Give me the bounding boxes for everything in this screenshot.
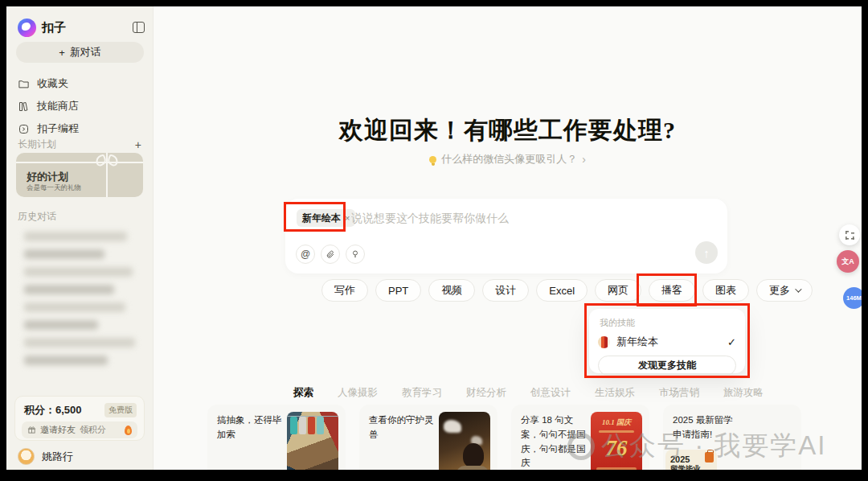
- long-term-plan-section: 长期计划 +: [18, 138, 141, 151]
- check-icon: ✓: [727, 336, 736, 348]
- plus-icon: +: [59, 47, 65, 59]
- tab-lifestyle[interactable]: 生活娱乐: [595, 386, 635, 400]
- plan-card-title: 好的计划: [27, 170, 68, 184]
- card-image-abstract-art: [287, 412, 338, 470]
- discover-more-skills-button[interactable]: 发现更多技能: [598, 356, 736, 376]
- tab-creative[interactable]: 创意设计: [530, 386, 571, 400]
- explore-card-national-day[interactable]: 分享 18 句文案，句句不提国庆，句句都是国庆 10.1 国庆 76: [511, 405, 649, 470]
- ribbon-decoration: [16, 162, 143, 163]
- explore-card-guardian-beast[interactable]: 查看你的守护灵兽: [359, 405, 497, 470]
- grid-plus-icon: [845, 231, 854, 240]
- dropdown-item-new-year-book[interactable]: 新年绘本 ✓: [598, 333, 736, 351]
- free-plan-badge[interactable]: 免费版: [104, 403, 137, 417]
- tab-portrait[interactable]: 人像摄影: [338, 386, 378, 400]
- tab-travel[interactable]: 旅游攻略: [723, 386, 764, 400]
- widget-float-button[interactable]: [839, 224, 860, 245]
- sidebar-item-coze-coding[interactable]: 扣子编程: [18, 121, 79, 137]
- user-name: 姚路行: [42, 450, 73, 464]
- card-image-national-day: 10.1 国庆 76: [591, 412, 642, 470]
- skill-pill-web[interactable]: 网页: [595, 279, 641, 302]
- tab-marketing[interactable]: 市场营销: [659, 386, 699, 400]
- composer-card: 新年绘本 × @ ↑: [285, 199, 727, 273]
- poster-national-number: 76: [591, 436, 642, 461]
- coze-logo-icon: [18, 18, 36, 37]
- points-value: 6,500: [55, 404, 82, 416]
- app-logo-row: 扣子: [18, 17, 145, 38]
- points-label: 积分：6,500: [24, 403, 82, 417]
- history-item-blurred[interactable]: [24, 285, 114, 294]
- page-title: 欢迎回来！有哪些工作要处理?: [154, 114, 862, 147]
- attach-button[interactable]: [321, 245, 340, 264]
- paperclip-icon: [326, 249, 335, 259]
- new-chat-button[interactable]: + 新对话: [16, 42, 144, 63]
- history-item-blurred[interactable]: [24, 267, 133, 277]
- skill-tag-label: 新年绘本: [302, 212, 341, 225]
- sidebar-collapse-icon[interactable]: [133, 22, 145, 33]
- history-item-blurred[interactable]: [24, 232, 127, 241]
- translate-icon: 文A: [841, 257, 854, 267]
- history-item-blurred[interactable]: [24, 249, 104, 259]
- traffic-badge-button[interactable]: 146M: [843, 287, 862, 309]
- skill-pill-video[interactable]: 视频: [428, 279, 475, 302]
- explore-tabs: 探索 人像摄影 教育学习 财经分析 创意设计 生活娱乐 市场营销 旅游攻略: [293, 386, 764, 400]
- remove-tag-icon[interactable]: ×: [345, 213, 350, 223]
- skill-pill-writing[interactable]: 写作: [321, 279, 368, 302]
- skills-dropdown: 我的技能 新年绘本 ✓ 发现更多技能: [589, 309, 745, 373]
- card-image-study-guide: 2025 留学毕业 生申请指南: [665, 450, 717, 470]
- plan-gift-card[interactable]: 好的计划 会是每一天的礼物: [16, 153, 143, 197]
- skill-pill-excel[interactable]: Excel: [536, 279, 588, 302]
- explore-card-study-abroad[interactable]: 2025 最新留学申请指南! 2025 留学毕业 生申请指南: [663, 405, 801, 470]
- suggestion-link[interactable]: 什么样的微信头像更吸引人？ ›: [154, 152, 862, 166]
- chevron-down-icon: [795, 286, 801, 292]
- send-button[interactable]: ↑: [695, 241, 718, 264]
- main-area: 欢迎回来！有哪些工作要处理? 什么样的微信头像更吸引人？ › 新年绘本 × @ …: [154, 6, 862, 470]
- skill-book-icon: [598, 336, 610, 348]
- store-icon: [18, 101, 30, 113]
- idea-button[interactable]: [346, 245, 365, 264]
- at-icon: @: [301, 249, 310, 260]
- app-window: 扣子 + 新对话 收藏夹 技能商店 扣子编程 长期计划 + 好的: [6, 6, 862, 470]
- sidebar: 扣子 + 新对话 收藏夹 技能商店 扣子编程 长期计划 + 好的: [6, 6, 154, 470]
- history-item-blurred[interactable]: [24, 338, 135, 347]
- suitcase-icon: [705, 452, 714, 462]
- flame-icon: [125, 426, 132, 435]
- history-item-blurred[interactable]: [24, 356, 108, 365]
- explore-card-row: 搞抽象，还得毕加索 查看你的守护灵兽 分享 18 句文案，句句不提国庆，句句都是…: [207, 405, 801, 470]
- history-list-blurred: [24, 232, 137, 373]
- explore-card-picasso[interactable]: 搞抽象，还得毕加索: [207, 405, 346, 470]
- message-input[interactable]: [351, 208, 673, 228]
- user-profile[interactable]: 姚路行: [18, 448, 73, 465]
- skill-pill-design[interactable]: 设计: [482, 279, 529, 302]
- mention-button[interactable]: @: [296, 245, 315, 264]
- skill-pill-podcast[interactable]: 播客: [649, 279, 695, 302]
- points-card: 积分：6,500 免费版 邀请好友 领积分: [14, 396, 145, 441]
- bulb-icon: [429, 156, 436, 163]
- plan-card-subtitle: 会是每一天的礼物: [27, 183, 81, 193]
- tab-finance[interactable]: 财经分析: [466, 386, 506, 400]
- tab-education[interactable]: 教育学习: [402, 386, 442, 400]
- dropdown-section-label: 我的技能: [600, 317, 736, 329]
- translate-float-button[interactable]: 文A: [837, 250, 859, 273]
- skill-pill-ppt[interactable]: PPT: [375, 279, 421, 302]
- sidebar-item-favorites[interactable]: 收藏夹: [18, 76, 68, 92]
- skill-pill-chart[interactable]: 图表: [702, 279, 749, 302]
- tab-explore[interactable]: 探索: [293, 386, 313, 400]
- add-plan-button[interactable]: +: [135, 138, 141, 151]
- app-title: 扣子: [42, 20, 66, 35]
- chevron-right-icon: ›: [582, 153, 586, 166]
- folder-icon: [18, 78, 30, 90]
- gift-icon: [27, 426, 36, 434]
- lightbulb-icon: [350, 249, 360, 259]
- sidebar-item-skill-store[interactable]: 技能商店: [18, 98, 79, 114]
- more-skills-button[interactable]: 更多: [756, 279, 813, 302]
- invite-friends-button[interactable]: 邀请好友 领积分: [22, 421, 137, 438]
- code-icon: [18, 123, 30, 135]
- poster-national-title: 10.1 国庆: [591, 412, 642, 428]
- history-item-blurred[interactable]: [24, 320, 98, 330]
- skill-shortcut-row: 写作 PPT 视频 设计 Excel 网页 播客 图表 更多: [321, 279, 813, 302]
- avatar: [18, 448, 35, 465]
- skill-tag[interactable]: 新年绘本 ×: [297, 209, 355, 227]
- history-item-blurred[interactable]: [24, 302, 125, 312]
- arrow-up-icon: ↑: [703, 246, 710, 260]
- history-section-label: 历史对话: [18, 210, 56, 224]
